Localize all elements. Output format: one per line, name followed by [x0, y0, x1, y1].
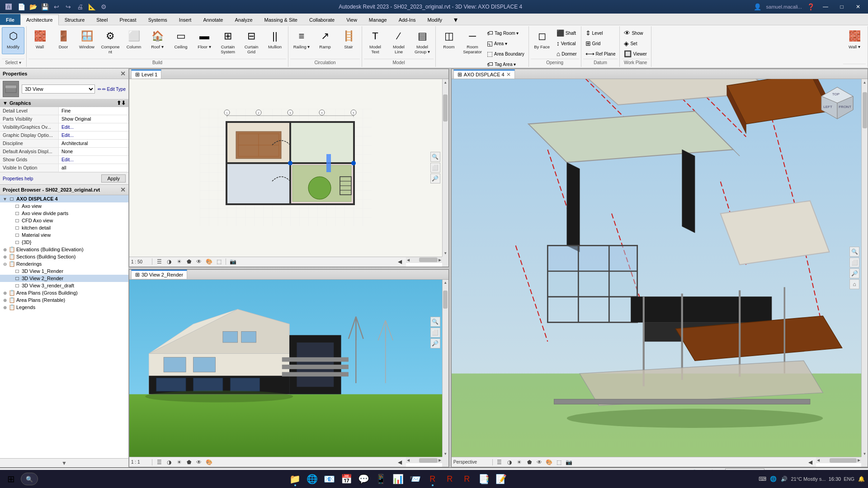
- apply-button[interactable]: Apply: [101, 174, 126, 183]
- tree-item-render1[interactable]: □ 3D View 1_Render: [0, 267, 128, 275]
- tray-keyboard[interactable]: ⌨: [758, 475, 766, 483]
- shadows-button[interactable]: ⬟: [185, 258, 193, 266]
- nav-cube[interactable]: TOP LEFT FRONT: [817, 83, 858, 123]
- tree-item-3d[interactable]: □ {3D}: [0, 239, 128, 246]
- prop-value-vis-graphics[interactable]: Edit...: [59, 123, 128, 131]
- room-button[interactable]: ◫ Room: [438, 27, 460, 54]
- render-scrollbar-v[interactable]: ▲ ▼: [442, 280, 448, 457]
- curtain-grid-button[interactable]: ⊟ Curtain Grid: [240, 27, 263, 56]
- tree-item-render3[interactable]: □ 3D View 3_render_draft: [0, 282, 128, 289]
- render-zoom-out[interactable]: 🔎: [430, 338, 440, 348]
- axo-scrollbar-v[interactable]: ▲ ▼: [861, 79, 868, 457]
- tab-architecture[interactable]: Architecture: [20, 14, 59, 25]
- wall-right-button[interactable]: 🧱 Wall ▾: [843, 27, 866, 54]
- tree-item-material[interactable]: □ Material view: [0, 231, 128, 239]
- tab-insert[interactable]: Insert: [173, 14, 198, 25]
- tab-modify[interactable]: Modify: [422, 14, 448, 25]
- app-icon[interactable]: 🅰: [4, 2, 14, 12]
- scroll-left-arrow[interactable]: ◀: [406, 257, 410, 263]
- taskbar-powerpoint[interactable]: 📑: [476, 471, 492, 487]
- modify-button[interactable]: ⬡ Modify: [2, 27, 24, 54]
- help-button[interactable]: ❓: [806, 2, 816, 12]
- graphics-section-header[interactable]: ▼ Graphics ⬆⬇: [0, 99, 128, 107]
- section-box-button[interactable]: ⬚: [215, 258, 223, 266]
- start-button[interactable]: ⊞: [3, 471, 19, 487]
- scroll-up-arrow[interactable]: ▲: [442, 79, 448, 85]
- axo-sun-path[interactable]: ☀: [515, 458, 524, 466]
- detail-level-button[interactable]: ☰: [155, 258, 163, 266]
- project-browser-close-button[interactable]: ✕: [120, 186, 126, 193]
- roof-button[interactable]: 🏠 Roof ▾: [146, 27, 169, 54]
- sun-path-button[interactable]: ☀: [175, 258, 183, 266]
- zoom-extent-button[interactable]: ⬜: [430, 163, 440, 173]
- taskbar-calendar[interactable]: 📅: [339, 471, 355, 487]
- taskbar-chrome[interactable]: 🌐: [304, 471, 321, 487]
- tree-item-elevations[interactable]: ⊕ 📋 Elevations (Building Elevation): [0, 246, 128, 253]
- save-button[interactable]: 💾: [40, 2, 50, 12]
- axo-show-hide[interactable]: 👁: [535, 458, 543, 466]
- tray-notification[interactable]: 🔔: [857, 475, 865, 483]
- axo-camera[interactable]: 📷: [565, 458, 573, 466]
- tab-addins[interactable]: Add-Ins: [393, 14, 422, 25]
- show-button[interactable]: 👁 Show: [622, 28, 649, 38]
- curtain-system-button[interactable]: ⊞ Curtain System: [217, 27, 239, 56]
- prop-value-visible-option[interactable]: all: [59, 164, 128, 172]
- render-show-hide[interactable]: 👁: [195, 458, 203, 466]
- tree-item-area-rent[interactable]: ⊕ 📋 Area Plans (Rentable): [0, 296, 128, 304]
- axo-zoom-in[interactable]: 🔍: [849, 247, 859, 257]
- axo-visual-style[interactable]: ◑: [505, 458, 514, 466]
- render-render-btn[interactable]: 🎨: [205, 458, 213, 466]
- axo-tab[interactable]: ⊞ AXO DISPLACE 4 ✕: [453, 70, 515, 79]
- axo-tab-close[interactable]: ✕: [506, 71, 511, 78]
- tab-annotate[interactable]: Annotate: [197, 14, 229, 25]
- tab-collaborate[interactable]: Collaborate: [303, 14, 340, 25]
- ramp-button[interactable]: ↗ Ramp: [314, 27, 336, 54]
- axo-scrollbar-h[interactable]: ◀ ▶: [816, 457, 861, 463]
- tab-structure[interactable]: Structure: [59, 14, 91, 25]
- viewer-button[interactable]: 🔲 Viewer: [622, 49, 649, 59]
- tray-network[interactable]: 🌐: [769, 475, 777, 483]
- taskbar-revit3[interactable]: R: [459, 471, 475, 487]
- tree-item-area-gross[interactable]: ⊕ 📋 Area Plans (Gross Building): [0, 289, 128, 296]
- render-thumb-v[interactable]: [443, 291, 448, 309]
- model-text-button[interactable]: T Model Text: [364, 27, 387, 56]
- prop-value-default-analysis[interactable]: None: [59, 148, 128, 155]
- undo-button[interactable]: ↩: [52, 2, 61, 12]
- prop-value-graphic-display[interactable]: Edit...: [59, 131, 128, 139]
- tree-item-sections[interactable]: ⊕ 📋 Sections (Building Section): [0, 253, 128, 260]
- taskbar-revit2[interactable]: R: [442, 471, 458, 487]
- tab-manage[interactable]: Manage: [363, 14, 393, 25]
- axo-h-left[interactable]: ◀: [816, 457, 821, 464]
- level-button[interactable]: ⇕ Level: [583, 28, 618, 38]
- axo-zoom-out[interactable]: 🔎: [849, 268, 859, 278]
- tab-steel[interactable]: Steel: [90, 14, 113, 25]
- tag-area-button[interactable]: 🏷 Tag Area ▾: [485, 59, 527, 68]
- ceiling-button[interactable]: ▭ Ceiling: [170, 27, 192, 54]
- render-button[interactable]: 🎨: [205, 258, 213, 266]
- taskbar-revit[interactable]: R: [425, 471, 441, 487]
- scroll-thumb-h[interactable]: [419, 258, 438, 262]
- axo-section-box[interactable]: ⬚: [555, 458, 563, 466]
- axo-h-right[interactable]: ▶: [857, 457, 861, 464]
- render-scroll-down[interactable]: ▼: [442, 450, 448, 457]
- search-button[interactable]: 🔍: [21, 473, 38, 485]
- tree-item-axo-divide[interactable]: □ Axo view divide parts: [0, 210, 128, 217]
- render-shadows[interactable]: ⬟: [185, 458, 193, 466]
- dormer-button[interactable]: ⌂ Dormer: [554, 49, 579, 59]
- edit-type-button[interactable]: ✏ ✏ Edit Type: [98, 87, 126, 92]
- tab-massing[interactable]: Massing & Site: [259, 14, 303, 25]
- tree-toggle-root[interactable]: ▼: [2, 197, 8, 202]
- component-button[interactable]: ⚙ Component: [99, 27, 122, 56]
- render-tab[interactable]: ⊞ 3D View 2_Render: [131, 270, 187, 279]
- wall-button[interactable]: 🧱 Wall: [28, 27, 51, 54]
- axo-zoom-extent[interactable]: ⬜: [849, 258, 859, 267]
- tree-item-legends[interactable]: ⊕ 📋 Legends: [0, 304, 128, 311]
- taskbar-outlook[interactable]: 📨: [407, 471, 424, 487]
- render-sun-path[interactable]: ☀: [175, 458, 183, 466]
- tree-toggle-renderings[interactable]: ⊖: [2, 262, 8, 267]
- tab-systems[interactable]: Systems: [142, 14, 173, 25]
- ref-plane-button[interactable]: ⟷ Ref Plane: [583, 49, 618, 59]
- vertical-button[interactable]: ↕ Vertical: [554, 38, 579, 48]
- window-button[interactable]: 🪟 Window: [75, 27, 98, 54]
- visual-style-button[interactable]: ◑: [165, 258, 173, 266]
